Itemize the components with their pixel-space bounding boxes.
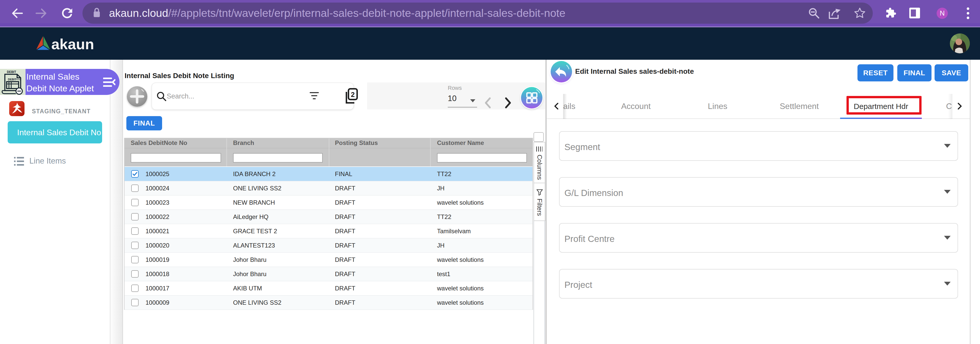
svg-text:2: 2 [351,91,355,98]
svg-text:DEBIT: DEBIT [7,70,16,74]
svg-text:DEBIT: DEBIT [8,78,16,81]
svg-text:Note.: Note. [16,78,21,81]
